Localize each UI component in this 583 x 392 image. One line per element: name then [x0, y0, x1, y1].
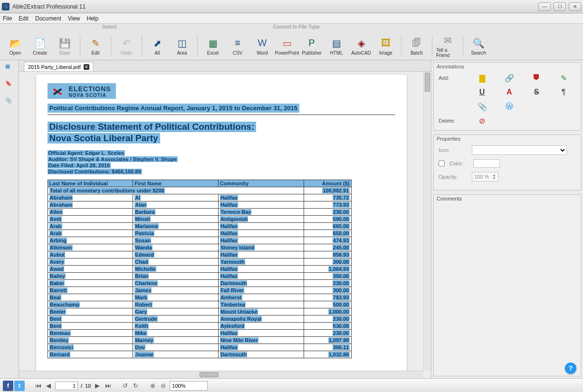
help-button[interactable]: ? [565, 363, 576, 374]
last-page-button[interactable]: ⏭ [104, 382, 112, 390]
table-row: AveryChadYarmouth300.00 [48, 258, 351, 266]
undo-button: ↶Undo [115, 34, 138, 58]
next-page-button[interactable]: ▶ [94, 382, 101, 390]
prop-color-checkbox[interactable] [439, 159, 445, 168]
binoculars-icon: 🔍 [472, 37, 485, 49]
table-row: BealMarkAmherst783.93 [48, 294, 351, 301]
title-bar: Able2Extract Professional 11 — ☐ ✕ [0, 0, 583, 13]
contributions-table: Last Name of Individual First Name Commu… [48, 180, 352, 358]
watermark-icon[interactable]: Ⓦ [504, 102, 515, 111]
powerpoint-icon: ▭ [281, 37, 293, 49]
first-page-button[interactable]: ⏮ [34, 382, 42, 390]
menu-file[interactable]: File [3, 15, 12, 22]
marquee-icon: ◫ [176, 37, 188, 49]
sticky-note-icon[interactable]: ▇ [477, 73, 487, 83]
table-row: BentKeithAylesford530.00 [48, 323, 351, 330]
page-separator: / [81, 383, 82, 389]
twitter-icon[interactable]: t [14, 381, 25, 391]
pencil-icon: ✎ [89, 37, 102, 49]
close-button[interactable]: ✕ [569, 2, 581, 11]
table-row: ArbingSusanHalifax474.93 [48, 237, 351, 244]
convert-publisher-button[interactable]: PPublisher [300, 34, 323, 58]
table-row: AbrahamAlHalifax735.72 [48, 194, 351, 201]
convert-word-button[interactable]: WWord [251, 34, 274, 58]
edit-button[interactable]: ✎Edit [84, 34, 107, 58]
prop-color-label: Color: [449, 161, 468, 166]
select-area-button[interactable]: ◫Area [171, 34, 193, 58]
rotate-ccw-button[interactable]: ↺ [121, 382, 129, 390]
prop-opacity-spinner[interactable]: 100 %▲▼ [472, 172, 498, 182]
menu-document[interactable]: Document [35, 15, 61, 22]
prev-page-button[interactable]: ◀ [45, 382, 52, 390]
image-icon: 🖼 [380, 37, 392, 49]
text-color-icon[interactable]: A [504, 87, 515, 97]
prop-icon-select[interactable] [472, 145, 567, 155]
maximize-button[interactable]: ☐ [554, 2, 566, 11]
document-tab[interactable]: 2015 Party_Liberal.pdf ✕ [24, 62, 94, 71]
table-row: ArabPatriciaHalifax650.00 [48, 230, 351, 237]
create-button[interactable]: 📄Create [29, 34, 51, 58]
rotate-cw-button[interactable]: ↻ [132, 382, 139, 390]
zoom-out-button[interactable]: ⊖ [159, 382, 167, 390]
document-tab-bar: 2015 Party_Liberal.pdf ✕ [19, 60, 431, 72]
elections-logo-icon [50, 86, 65, 98]
convert-powerpoint-button[interactable]: ▭PowerPoint [276, 34, 298, 58]
table-row: BentGertrudeAnnapolis Royal230.00 [48, 316, 351, 323]
zoom-in-button[interactable]: ⊕ [149, 382, 156, 390]
prop-color-swatch[interactable] [473, 159, 500, 168]
paragraph-icon[interactable]: ¶ [558, 87, 569, 97]
menu-help[interactable]: Help [87, 15, 99, 22]
table-row: AllenBarbaraTerence Bay230.00 [48, 209, 351, 216]
zoom-select[interactable] [170, 381, 208, 391]
convert-autocad-button[interactable]: ◈AutoCAD [350, 34, 373, 58]
highlighter-icon[interactable]: ✎ [558, 73, 569, 83]
attachments-icon[interactable]: 📎 [5, 97, 14, 106]
thumbnails-icon[interactable]: ▦ [5, 63, 14, 72]
folder-open-icon: 📂 [9, 37, 21, 49]
horizontal-scrollbar[interactable] [19, 371, 423, 378]
save-icon: 💾 [58, 37, 71, 49]
delete-annotation-icon[interactable]: ⊘ [477, 116, 487, 125]
vertical-scrollbar[interactable] [423, 72, 431, 371]
minimize-button[interactable]: — [538, 2, 551, 11]
menu-view[interactable]: View [68, 15, 80, 22]
tell-friend-button[interactable]: ✉Tell a Friend [436, 34, 459, 58]
batch-icon: 🗐 [411, 37, 423, 49]
convert-excel-button[interactable]: ▦Excel [201, 34, 224, 58]
tab-close-button[interactable]: ✕ [84, 64, 89, 70]
prop-icon-label: Icon: [439, 147, 467, 153]
tab-filename: 2015 Party_Liberal.pdf [28, 64, 81, 70]
properties-title: Properties [434, 135, 581, 143]
menu-edit[interactable]: Edit [19, 15, 29, 22]
convert-html-button[interactable]: ▤HTML [325, 34, 348, 58]
page-number-input[interactable] [55, 382, 78, 390]
table-row: AmitMinoliAntigonish590.00 [48, 216, 351, 223]
document-viewport[interactable]: ELECTIONS NOVA SCOTIA Political Contribu… [19, 72, 423, 371]
stamp-icon[interactable]: ⛊ [531, 73, 542, 83]
strikethrough-icon[interactable]: S [531, 87, 542, 97]
excel-icon: ▦ [207, 37, 219, 49]
underline-icon[interactable]: U [477, 87, 487, 97]
batch-button[interactable]: 🗐Batch [405, 34, 428, 58]
table-row: AubutEdwardHalifax858.93 [48, 251, 351, 258]
open-button[interactable]: 📂Open [4, 34, 27, 58]
search-button[interactable]: 🔍Search [467, 34, 490, 58]
table-total-row: Total of all monetary contributions unde… [48, 187, 351, 194]
attachment-icon[interactable]: 📎 [477, 102, 487, 111]
convert-csv-button[interactable]: ≡CSV [226, 34, 249, 58]
word-icon: W [256, 37, 268, 49]
bookmarks-icon[interactable]: 🔖 [5, 80, 14, 89]
new-file-icon: 📄 [34, 37, 46, 49]
report-title: Political Contributions Regime Annual Re… [48, 104, 300, 113]
table-row: BeelerGaryMount Uniacke1,000.00 [48, 308, 351, 316]
menu-bar: File Edit Document View Help [0, 13, 583, 24]
prop-opacity-label: Opacity: [439, 174, 467, 180]
select-all-button[interactable]: ⬈All [146, 34, 169, 58]
facebook-icon[interactable]: f [3, 381, 13, 391]
link-icon[interactable]: 🔗 [504, 73, 515, 83]
disclosure-heading-2: Nova Scotia Liberal Party [48, 133, 160, 143]
table-row: BercoviciDovHalifax306.11 [48, 344, 351, 351]
convert-image-button[interactable]: 🖼Image [374, 34, 397, 58]
toolbar-group-convert-label: Convert to File Type [124, 24, 583, 32]
table-row: ArabMarianneHalifax665.00 [48, 223, 351, 230]
